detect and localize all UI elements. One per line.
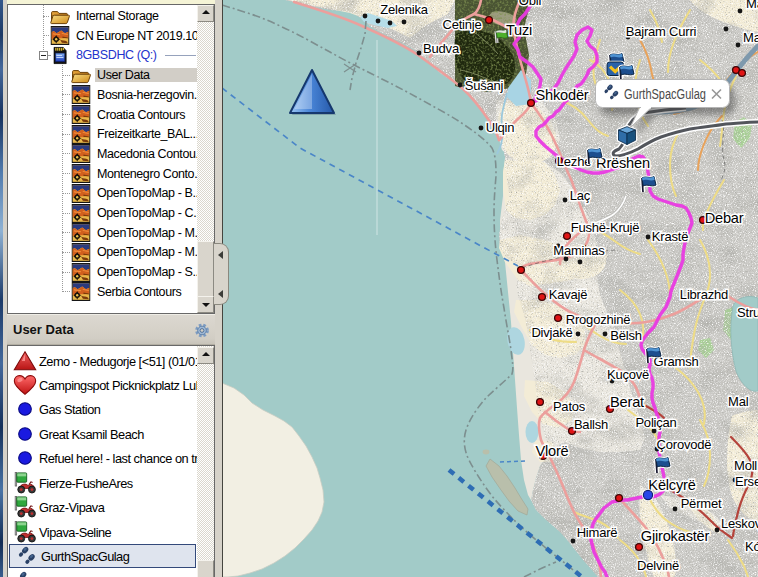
tree-item-macedonia-contou[interactable]: Macedonia Contou... <box>8 144 197 163</box>
list-item-refuel-here-last-chance-on-tr[interactable]: Refuel here! - last chance on tr <box>8 446 197 470</box>
map-label-ma: Ma <box>746 0 758 11</box>
list-item-label: Campingspot Picknickplatz Luki <box>39 378 204 393</box>
tree-expander-minus[interactable] <box>39 51 48 60</box>
tree-item-8gbsdhc-q[interactable]: 8GBSDHC (Q:) <box>8 46 197 65</box>
map-label--orovod-: Çorovodë <box>657 437 712 452</box>
map-label-delvin-: Delvinë <box>637 558 679 573</box>
map-label-ulqin: Ulqin <box>486 120 515 135</box>
map-label-k-lcyr-: Këlcyrë <box>648 477 695 493</box>
town-dot <box>417 51 422 56</box>
map-label-shkod-r: Shkodër <box>536 87 589 103</box>
tree-item-label: Freizeitkarte_BAL... <box>95 127 201 141</box>
tree-item-freizeitkarte-bal[interactable]: Freizeitkarte_BAL... <box>8 125 197 144</box>
tree-item-opentopomap-m[interactable]: OpenTopoMap - M... <box>8 223 197 242</box>
map-marker-dot-blue[interactable] <box>642 489 654 501</box>
gear-icon[interactable] <box>194 322 210 338</box>
list-item-great-ksamil-beach[interactable]: Great Ksamil Beach <box>8 422 197 446</box>
tree-item-bosnia-herzegovin[interactable]: Bosnia-herzegovin... <box>8 85 197 104</box>
tree-item-opentopomap-s[interactable]: OpenTopoMap - S... <box>8 263 197 282</box>
city-dot-red <box>739 70 746 77</box>
list-item-gurthspacgulag[interactable]: GurthSpacGulag <box>9 544 196 568</box>
triangle-icon <box>13 350 37 372</box>
tree-item-opentopomap-b[interactable]: OpenTopoMap - B... <box>8 184 197 203</box>
tree-item-label: Bosnia-herzegovin... <box>95 88 205 102</box>
folder-icon <box>71 66 91 85</box>
tree-item-opentopomap-c[interactable]: OpenTopoMap - C... <box>8 204 197 223</box>
town-dot <box>646 235 651 240</box>
map-icon <box>50 26 70 45</box>
list-item-partial[interactable] <box>8 569 197 577</box>
tree-scrollbar[interactable] <box>197 5 214 313</box>
tree-item-montenegro-conto[interactable]: Montenegro Conto... <box>8 164 197 183</box>
tree-scroll-thumb[interactable] <box>197 241 214 298</box>
list-item-vipava-seline[interactable]: Vipava-Seline <box>8 520 197 544</box>
tree-item-label: User Data <box>95 68 197 82</box>
route-icon <box>13 496 37 518</box>
list-item-gas-station[interactable]: Gas Station <box>8 397 197 421</box>
town-dot <box>563 198 568 203</box>
map-label-strug: Strug <box>737 305 758 320</box>
map-label-librazhd: Librazhd <box>680 287 728 302</box>
map-viewport[interactable]: ZelenikaObliCetinjeTuziBudvaŠušanjShkodë… <box>222 0 758 577</box>
tree-item-croatia-contours[interactable]: Croatia Contours <box>8 105 197 124</box>
map-label-maminas: Maminas <box>553 243 605 258</box>
list-item-label: Vipava-Seline <box>39 525 111 540</box>
map-label-krast-: Krastë <box>652 229 688 244</box>
list-item-label: Refuel here! - last chance on tr <box>39 451 198 466</box>
city-dot-red <box>636 544 643 551</box>
map-icon <box>71 164 91 183</box>
map-label-ballsh: Ballsh <box>574 417 608 432</box>
town-dot <box>603 332 608 337</box>
user-data-title: User Data <box>13 322 74 337</box>
list-item-label: Great Ksamil Beach <box>39 427 144 442</box>
tree-item-label: Croatia Contours <box>95 108 187 122</box>
map-label-kavaj-: Kavajë <box>549 287 588 302</box>
list-item-campingspot-picknickplatz-luki[interactable]: Campingspot Picknickplatz Luki <box>8 373 197 397</box>
map-label-mal: Mal <box>728 394 749 409</box>
city-dot-red <box>528 100 535 107</box>
list-item-graz-vipava[interactable]: Graz-Vipava <box>8 495 197 519</box>
map-label-tuzi: Tuzi <box>506 22 532 38</box>
tree-scroll-up-button[interactable] <box>197 5 214 22</box>
list-scrollbar[interactable] <box>197 346 214 577</box>
tree-item-serbia-contours[interactable]: Serbia Contours <box>8 282 197 301</box>
user-data-list: Zemo - Medugorje [<51] (01/01-Campingspo… <box>7 345 215 577</box>
tree-item-label: 8GBSDHC (Q:) <box>74 48 159 62</box>
map-label-b-lsh: Bëlsh <box>610 328 642 343</box>
map-label-k-: Kó <box>745 539 758 554</box>
sidebar-collapse-handle[interactable] <box>214 243 229 305</box>
tree-item-opentopomap-m[interactable]: OpenTopoMap - M... <box>8 243 197 262</box>
map-label-debar: Debar <box>705 210 744 226</box>
tree-item-cn-europe-nt-2019-10[interactable]: CN Europe NT 2019.10 <box>8 26 197 45</box>
town-dot <box>576 332 581 337</box>
sdcard-icon <box>50 46 70 65</box>
map-label-moll: Moll <box>734 458 757 473</box>
list-item-zemo-medugorje-51-01-01[interactable]: Zemo - Medugorje [<51] (01/01- <box>8 349 197 373</box>
list-scroll-thumb[interactable] <box>197 560 214 577</box>
map-icon <box>71 144 91 163</box>
town-dot <box>673 507 678 512</box>
tree-scroll-down-button[interactable] <box>197 296 214 313</box>
town-dot <box>376 19 381 24</box>
tree-item-label: OpenTopoMap - B... <box>95 186 204 200</box>
list-item-fierze-fusheares[interactable]: Fierze-FusheAres <box>8 471 197 495</box>
tree-item-label: CN Europe NT 2019.10 <box>74 29 200 43</box>
map-canvas[interactable]: ZelenikaObliCetinjeTuziBudvaŠušanjShkodë… <box>222 0 758 577</box>
list-scroll-up-button[interactable] <box>197 347 214 364</box>
tooltip-label: GurthSpacGulag <box>624 86 706 102</box>
city-dot-red <box>616 495 623 502</box>
tree-item-internal-storage[interactable]: Internal Storage <box>8 7 197 26</box>
map-label-cetinje: Cetinje <box>442 17 481 32</box>
map-label-la-: Laç <box>570 188 591 203</box>
route-icon <box>13 521 37 543</box>
town-dot <box>458 83 463 88</box>
map-marker-cube[interactable] <box>619 127 636 145</box>
tree-item-user-data[interactable]: User Data <box>8 66 197 85</box>
town-dot <box>571 539 576 544</box>
folder-icon <box>50 7 70 26</box>
town-dot <box>479 126 484 131</box>
map-label-obli: Obli <box>519 0 542 8</box>
footprints-icon <box>15 545 39 567</box>
list-item-label: Graz-Vipava <box>39 500 104 515</box>
town-dot <box>738 9 743 14</box>
